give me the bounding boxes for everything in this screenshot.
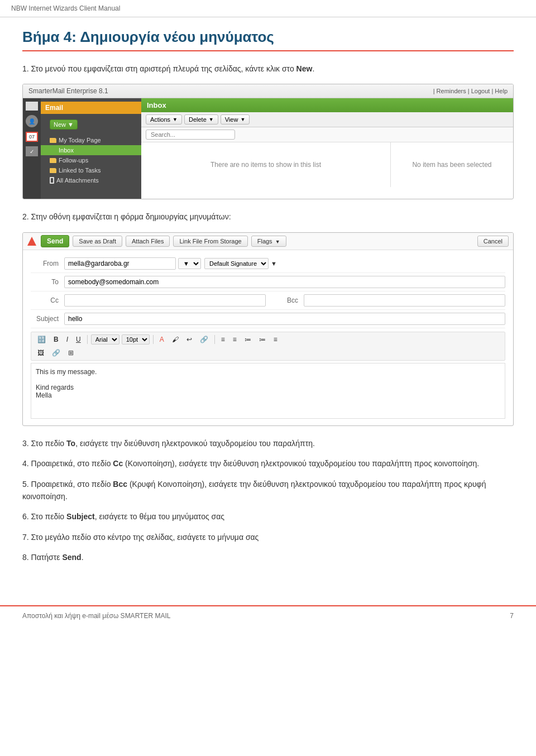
- editor-divider-2: [153, 335, 154, 344]
- step-5-bold: Bcc: [113, 480, 127, 489]
- editor-list-unordered-btn[interactable]: ≔: [256, 334, 269, 344]
- manual-title: NBW Internet Wizards Client Manual: [11, 4, 120, 12]
- step-8-after: .: [82, 553, 84, 562]
- font-family-select[interactable]: Arial: [91, 334, 119, 344]
- to-row: To: [31, 273, 505, 291]
- bcc-label: Bcc: [270, 296, 304, 304]
- editor-redo-btn[interactable]: 🔗: [197, 334, 211, 344]
- editor-table-btn[interactable]: ⊞: [65, 348, 76, 358]
- sig-dropdown-arrow: ▼: [271, 260, 277, 267]
- sidebar-item-attachments[interactable]: All Attachments: [41, 175, 141, 185]
- editor-align-center-btn[interactable]: ≡: [230, 334, 240, 344]
- step-6-num: 6.: [22, 512, 31, 521]
- step-4-before: Προαιρετικά, στο πεδίο: [31, 459, 113, 468]
- step-8-before: Πατήστε: [31, 553, 63, 562]
- new-btn-label: New: [54, 121, 66, 128]
- step-1-after: .: [312, 64, 314, 73]
- sm-toolbar: Actions ▼ Delete ▼ View ▼: [141, 112, 513, 127]
- sm-header-links: | Reminders | Logout | Help: [433, 88, 508, 94]
- editor-italic-btn[interactable]: I: [64, 334, 71, 344]
- attach-files-label: Attach Files: [132, 238, 164, 245]
- page-footer: Αποστολή και λήψη e-mail μέσω SMARTER MA…: [0, 605, 536, 625]
- compose-arrow-indicator: [27, 237, 36, 246]
- message-body[interactable]: This is my message. Kind regards Mella: [31, 363, 505, 419]
- actions-arrow: ▼: [173, 117, 178, 122]
- link-storage-label: Link File From Storage: [179, 238, 241, 245]
- step-7-num: 7.: [22, 533, 31, 542]
- step-5-text: 5. Προαιρετικά, στο πεδίο Bcc (Κρυφή Κοι…: [22, 478, 514, 503]
- step-4-text: 4. Προαιρετικά, στο πεδίο Cc (Κοινοποίησ…: [22, 457, 514, 470]
- send-button[interactable]: Send: [41, 235, 69, 247]
- from-row: From ▼ Default Signature ▼: [31, 255, 505, 273]
- step-4-num: 4.: [22, 459, 31, 468]
- sidebar-item-inbox[interactable]: Inbox: [41, 145, 141, 155]
- cc-field[interactable]: [64, 294, 266, 307]
- delete-btn[interactable]: Delete ▼: [184, 114, 218, 125]
- sidebar-item-today[interactable]: My Today Page: [41, 135, 141, 145]
- sm-body: 👤 07 ✓ Email New ▼: [23, 98, 513, 199]
- save-draft-button[interactable]: Save as Draft: [73, 236, 122, 247]
- actions-label: Actions: [150, 116, 170, 123]
- cc-label: Cc: [31, 296, 64, 304]
- step-6-text: 6. Στο πεδίο Subject, εισάγετε το θέμα τ…: [22, 510, 514, 523]
- signature-dropdown[interactable]: Default Signature: [204, 258, 269, 269]
- editor-paint-btn[interactable]: 🖌: [169, 334, 181, 344]
- email-label: Email: [45, 104, 63, 112]
- delete-arrow: ▼: [209, 117, 214, 122]
- from-field[interactable]: [64, 257, 176, 270]
- editor-color-btn[interactable]: A: [157, 334, 167, 344]
- sm-sidebar: Email New ▼ My Today Page Inbox: [41, 98, 141, 199]
- sidebar-item-today-label: My Today Page: [59, 137, 101, 143]
- editor-link-btn[interactable]: 🔗: [49, 348, 63, 358]
- sidebar-item-inbox-label: Inbox: [59, 147, 74, 154]
- footer-right: 7: [510, 612, 514, 620]
- bcc-field[interactable]: [304, 294, 505, 307]
- actions-btn[interactable]: Actions ▼: [146, 114, 182, 125]
- step-5-before: Προαιρετικά, στο πεδίο: [31, 480, 113, 489]
- new-btn-arrow: ▼: [68, 121, 74, 128]
- empty-list-message: There are no items to show in this list: [141, 142, 390, 187]
- sm-left-icon-bar: 👤 07 ✓: [23, 98, 41, 199]
- to-field[interactable]: [64, 276, 505, 288]
- sm-search-bar: [141, 127, 513, 142]
- new-button[interactable]: New ▼: [50, 119, 78, 130]
- subject-label: Subject: [31, 315, 64, 323]
- step-2-num: 2.: [22, 212, 31, 221]
- sidebar-item-linked[interactable]: Linked to Tasks: [41, 165, 141, 175]
- step-2-content: Στην οθόνη εμφανίζεται η φόρμα δημιουργί…: [31, 212, 231, 221]
- editor-indent-btn[interactable]: ≡: [271, 334, 280, 344]
- editor-align-left-btn[interactable]: ≡: [218, 334, 228, 344]
- step-4-after: (Κοινοποίηση), εισάγετε την διεύθυνση ηλ…: [123, 459, 479, 468]
- sidebar-item-followups[interactable]: Follow-ups: [41, 155, 141, 165]
- from-dropdown[interactable]: ▼: [178, 258, 201, 269]
- to-label: To: [31, 278, 64, 286]
- envelope-icon: [26, 102, 38, 111]
- editor-list-ordered-btn[interactable]: ≔: [242, 334, 254, 344]
- link-storage-button[interactable]: Link File From Storage: [173, 236, 247, 247]
- step-4-bold: Cc: [113, 459, 123, 468]
- subject-row: Subject: [31, 310, 505, 328]
- message-sign-line-1: Kind regards: [36, 384, 500, 391]
- sm-titlebar: SmarterMail Enterprise 8.1 | Reminders |…: [23, 84, 513, 98]
- editor-divider-1: [87, 335, 88, 344]
- sidebar-item-attachments-label: All Attachments: [56, 177, 99, 184]
- editor-spell-btn[interactable]: 🔡: [35, 334, 49, 344]
- editor-bold-btn[interactable]: B: [51, 334, 61, 344]
- search-input[interactable]: [146, 130, 235, 140]
- view-arrow: ▼: [240, 117, 245, 122]
- folder-icon-2: [50, 158, 56, 163]
- flags-label: Flags: [257, 238, 272, 245]
- flags-button[interactable]: Flags ▼: [251, 236, 286, 247]
- editor-undo-btn[interactable]: ↩: [184, 334, 195, 344]
- font-size-select[interactable]: 10pt: [122, 334, 150, 344]
- sidebar-item-followups-label: Follow-ups: [59, 157, 88, 164]
- sm-inbox-header: Inbox: [141, 98, 513, 112]
- view-btn[interactable]: View ▼: [221, 114, 250, 125]
- subject-field[interactable]: [64, 313, 505, 325]
- editor-underline-btn[interactable]: U: [73, 334, 84, 344]
- sm-email-header: Email: [41, 102, 141, 114]
- folder-icon: [50, 138, 56, 143]
- attach-files-button[interactable]: Attach Files: [126, 236, 170, 247]
- cancel-button[interactable]: Cancel: [477, 236, 509, 247]
- editor-image-btn[interactable]: 🖼: [35, 348, 47, 358]
